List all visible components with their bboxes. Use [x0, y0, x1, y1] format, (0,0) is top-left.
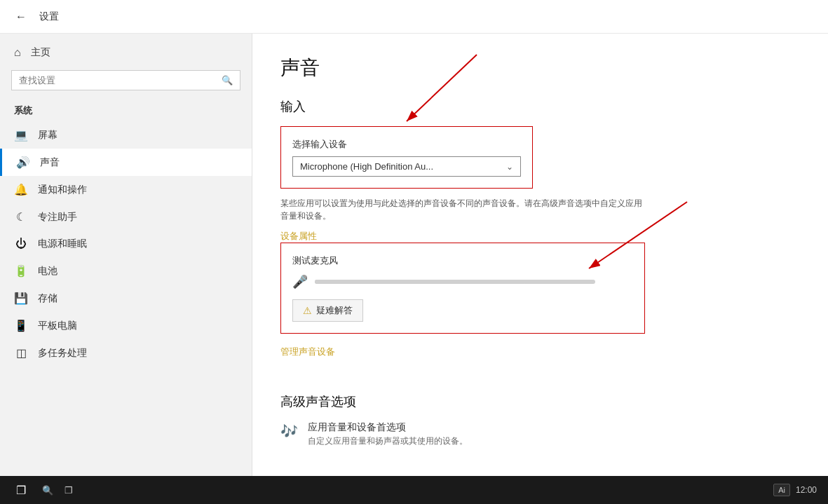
taskbar-right: Ai 12:00: [773, 484, 822, 496]
select-device-box: 选择输入设备 Microphone (High Definition Au...…: [280, 126, 533, 189]
sidebar-item-notification[interactable]: 🔔 通知和操作: [0, 176, 252, 203]
sound-icon: 🔊: [16, 156, 30, 169]
tablet-icon: 📱: [14, 319, 28, 332]
home-label: 主页: [31, 46, 50, 59]
microphone-icon: 🎤: [292, 274, 308, 290]
title-bar: ← 设置: [0, 0, 828, 34]
input-section-title: 输入: [280, 98, 800, 115]
advanced-item-app-volume[interactable]: 🎶 应用音量和设备首选项 自定义应用音量和扬声器或其使用的设备。: [280, 421, 800, 447]
page-title: 声音: [280, 55, 800, 81]
level-bar-fill: [315, 280, 525, 284]
power-icon: ⏻: [14, 238, 28, 250]
device-dropdown[interactable]: Microphone (High Definition Au... ⌄: [292, 156, 521, 177]
sidebar-item-battery[interactable]: 🔋 电池: [0, 257, 252, 285]
equalizer-icon: 🎶: [280, 423, 298, 440]
sidebar-item-label: 专注助手: [38, 211, 77, 224]
adv-item-title: 应用音量和设备首选项: [308, 421, 468, 434]
sidebar-item-label: 屏幕: [38, 129, 57, 142]
adv-item-desc: 自定义应用音量和扬声器或其使用的设备。: [308, 435, 468, 447]
battery-icon: 🔋: [14, 264, 28, 278]
advanced-section: 高级声音选项 🎶 应用音量和设备首选项 自定义应用音量和扬声器或其使用的设备。: [280, 393, 800, 447]
test-box-title: 测试麦克风: [292, 254, 633, 267]
input-description: 某些应用可以设置为使用与此处选择的声音设备不同的声音设备。请在高级声音选项中自定…: [280, 197, 645, 222]
window-title: 设置: [39, 11, 59, 23]
sidebar-item-sound[interactable]: 🔊 声音: [0, 149, 252, 176]
sidebar-item-label: 电源和睡眠: [38, 238, 87, 250]
troubleshoot-button[interactable]: ⚠ 疑难解答: [292, 299, 363, 322]
focus-icon: ☾: [14, 210, 28, 224]
warning-icon: ⚠: [303, 305, 312, 316]
search-input[interactable]: [19, 75, 222, 86]
level-bar-background: [315, 280, 595, 284]
sidebar-item-home[interactable]: ⌂ 主页: [0, 39, 252, 66]
storage-icon: 💾: [14, 292, 28, 305]
device-props-link[interactable]: 设备属性: [280, 231, 317, 241]
sidebar-item-power[interactable]: ⏻ 电源和睡眠: [0, 231, 252, 257]
mic-level-row: 🎤: [292, 274, 633, 290]
taskbar-time: 12:00: [796, 485, 817, 495]
sidebar-item-label: 电池: [38, 265, 57, 278]
screen-icon: 💻: [14, 128, 28, 142]
manage-sound-devices-link[interactable]: 管理声音设备: [280, 346, 335, 358]
test-microphone-box: 测试麦克风 🎤 ⚠ 疑难解答: [280, 243, 645, 334]
select-device-label: 选择输入设备: [292, 138, 521, 151]
selected-device-text: Microphone (High Definition Au...: [300, 161, 433, 172]
input-section: 输入 选择输入设备 Microphone (High Definition Au…: [280, 98, 800, 379]
sidebar-item-label: 多任务处理: [38, 347, 87, 360]
start-button[interactable]: ❐: [6, 479, 36, 501]
taskbar-taskview[interactable]: ❐: [59, 479, 79, 501]
sidebar-item-label: 通知和操作: [38, 184, 87, 196]
multitask-icon: ◫: [14, 346, 28, 360]
sidebar-item-focus[interactable]: ☾ 专注助手: [0, 203, 252, 231]
sidebar-item-label: 存储: [38, 292, 57, 305]
sidebar-item-storage[interactable]: 💾 存储: [0, 285, 252, 312]
content-area: 声音 输入 选择输入设备 Microphone (High Definition…: [252, 34, 828, 476]
sidebar-item-screen[interactable]: 💻 屏幕: [0, 121, 252, 149]
taskbar: ❐ 🔍 ❐ Ai 12:00: [0, 476, 828, 504]
notification-icon: 🔔: [14, 183, 28, 196]
ai-badge[interactable]: Ai: [773, 484, 790, 496]
sidebar-section-title: 系统: [0, 99, 252, 121]
sidebar-item-label: 平板电脑: [38, 320, 77, 332]
sidebar-item-label: 声音: [40, 156, 60, 169]
advanced-title: 高级声音选项: [280, 393, 800, 410]
home-icon: ⌂: [14, 46, 21, 59]
chevron-down-icon: ⌄: [506, 162, 513, 172]
search-icon: 🔍: [222, 75, 233, 86]
troubleshoot-label: 疑难解答: [316, 304, 353, 317]
taskbar-search[interactable]: 🔍: [36, 479, 59, 501]
sidebar: ⌂ 主页 🔍 系统 💻 屏幕 🔊 声音 🔔 通知和操作 ☾: [0, 34, 252, 476]
sidebar-item-tablet[interactable]: 📱 平板电脑: [0, 312, 252, 339]
back-button[interactable]: ←: [11, 7, 31, 27]
sidebar-item-multitask[interactable]: ◫ 多任务处理: [0, 339, 252, 367]
search-box[interactable]: 🔍: [11, 70, 240, 90]
